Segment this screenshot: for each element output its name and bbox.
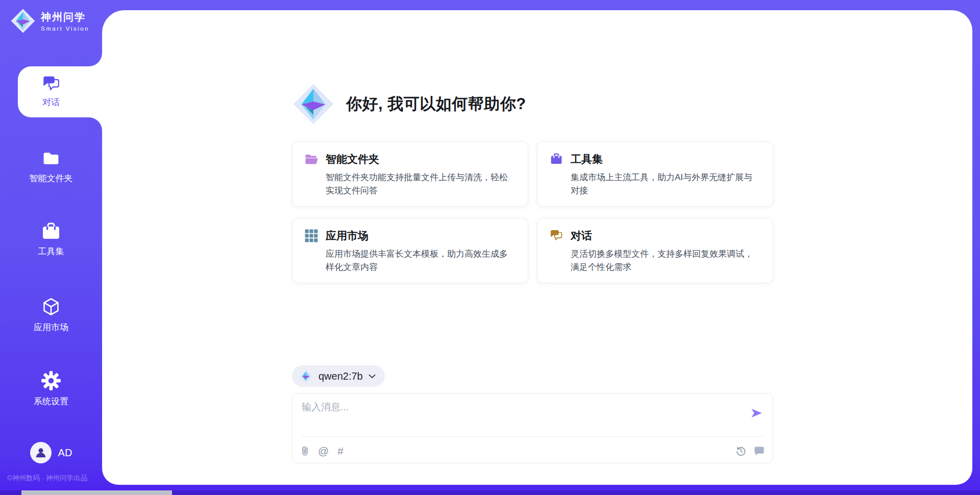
sidebar-item-label: 应用市场: [34, 321, 68, 333]
send-button[interactable]: [748, 405, 765, 421]
card-description: 应用市场提供丰富长文本模板，助力高效生成多样化文章内容: [326, 247, 516, 274]
card-description: 集成市场上主流工具，助力AI与外界无缝扩展与对接: [571, 171, 761, 197]
app-root: { "app": { "brand_name": "神州问学", "brand_…: [0, 0, 980, 495]
mention-button[interactable]: @: [318, 445, 329, 456]
brand-diamond-icon: [10, 8, 36, 34]
brand-name: 神州问学: [41, 10, 89, 24]
sidebar-item-label: 工具集: [38, 245, 64, 257]
greeting-diamond-icon: [292, 83, 335, 126]
chevron-down-icon: [369, 374, 376, 379]
sidebar-item-chat[interactable]: 对话: [18, 66, 102, 117]
horizontal-scrollbar: [0, 490, 980, 495]
brand-tagline: Smart Vision: [41, 26, 89, 32]
card-toolset[interactable]: 工具集 集成市场上主流工具，助力AI与外界无缝扩展与对接: [537, 141, 773, 207]
sidebar-item-label: 系统设置: [34, 395, 68, 407]
greeting-text: 你好, 我可以如何帮助你?: [346, 93, 526, 115]
hash-icon: #: [337, 445, 344, 456]
composer: @ #: [292, 393, 773, 463]
sidebar-item-label: 智能文件夹: [30, 172, 73, 184]
card-title: 应用市场: [326, 229, 369, 243]
card-app-market[interactable]: 应用市场 应用市场提供丰富长文本模板，助力高效生成多样化文章内容: [292, 218, 528, 283]
card-description: 智能文件夹功能支持批量文件上传与清洗，轻松实现文件问答: [326, 171, 516, 197]
history-button[interactable]: [736, 445, 746, 456]
chat-bubbles-icon: [550, 229, 563, 242]
composer-tools-left: @ #: [301, 445, 344, 457]
card-description: 灵活切换多模型文件，支持多样回复效果调试，满足个性化需求: [571, 247, 761, 274]
message-input[interactable]: [302, 401, 733, 431]
folder-open-icon: [305, 153, 318, 166]
send-icon: [750, 406, 764, 420]
model-selector[interactable]: qwen2:7b: [292, 365, 385, 387]
main-panel: 你好, 我可以如何帮助你? 智能文件夹 智能文件夹功能支持批量文件上传与清洗，轻…: [102, 10, 972, 485]
folder-icon: [41, 150, 61, 168]
user-name: AD: [58, 447, 72, 459]
user-profile[interactable]: AD: [0, 442, 102, 463]
feedback-button[interactable]: [754, 446, 765, 456]
attach-button[interactable]: [301, 445, 309, 457]
sidebar-item-settings[interactable]: 系统设置: [0, 370, 102, 407]
card-title: 工具集: [571, 152, 603, 166]
history-icon: [736, 445, 746, 456]
toolbox-icon: [41, 222, 61, 241]
composer-toolbar: @ #: [301, 442, 765, 459]
chat-bubbles-icon: [42, 76, 61, 93]
grid-icon: [305, 229, 318, 242]
card-title: 智能文件夹: [326, 152, 379, 166]
greeting: 你好, 我可以如何帮助你?: [292, 83, 526, 126]
cube-icon: [41, 296, 61, 317]
model-diamond-icon: [299, 369, 313, 383]
person-icon: [34, 446, 47, 459]
app-logo: 神州问学 Smart Vision: [10, 8, 89, 34]
sidebar-item-toolset[interactable]: 工具集: [0, 222, 102, 257]
tab-fillet-top: [89, 53, 102, 66]
sidebar-item-app-market[interactable]: 应用市场: [0, 296, 102, 333]
sidebar-item-label: 对话: [42, 96, 60, 108]
at-icon: @: [318, 445, 329, 456]
model-name: qwen2:7b: [318, 370, 363, 382]
card-smart-folder[interactable]: 智能文件夹 智能文件夹功能支持批量文件上传与清洗，轻松实现文件问答: [292, 141, 528, 207]
chat-bubble-icon: [754, 446, 765, 456]
topic-button[interactable]: #: [337, 445, 344, 456]
card-title: 对话: [571, 229, 592, 243]
copyright: ©神州数码 · 神州问学出品: [7, 474, 87, 483]
feature-cards: 智能文件夹 智能文件夹功能支持批量文件上传与清洗，轻松实现文件问答 工具集 集成…: [292, 141, 773, 283]
sidebar: 神州问学 Smart Vision 对话 智能文件夹 工具集: [0, 0, 102, 495]
sidebar-item-smart-folder[interactable]: 智能文件夹: [0, 150, 102, 184]
gear-icon: [41, 370, 61, 391]
toolbox-icon: [550, 153, 563, 166]
tab-fillet-bottom: [89, 117, 102, 131]
composer-divider: [301, 436, 765, 437]
card-chat[interactable]: 对话 灵活切换多模型文件，支持多样回复效果调试，满足个性化需求: [537, 218, 773, 283]
paperclip-icon: [301, 445, 309, 457]
horizontal-scrollbar-thumb[interactable]: [21, 490, 172, 495]
avatar: [30, 442, 52, 463]
composer-tools-right: [736, 445, 765, 456]
